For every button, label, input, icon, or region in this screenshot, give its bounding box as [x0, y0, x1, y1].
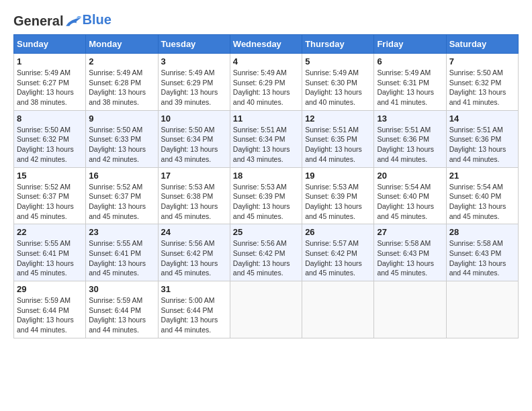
calendar-cell: 4Sunrise: 5:49 AMSunset: 6:29 PMDaylight… — [230, 54, 302, 111]
day-number: 29 — [17, 284, 83, 294]
calendar-header-sunday: Sunday — [14, 35, 86, 54]
calendar-cell — [374, 281, 446, 338]
day-number: 3 — [161, 56, 227, 66]
day-number: 27 — [377, 227, 443, 237]
day-number: 5 — [305, 56, 371, 66]
calendar-cell: 12Sunrise: 5:51 AMSunset: 6:35 PMDayligh… — [302, 110, 374, 167]
day-number: 22 — [17, 227, 83, 237]
calendar-cell: 1Sunrise: 5:49 AMSunset: 6:27 PMDaylight… — [14, 54, 86, 111]
calendar-cell: 25Sunrise: 5:56 AMSunset: 6:42 PMDayligh… — [230, 224, 302, 281]
day-info: Sunrise: 5:51 AMSunset: 6:34 PMDaylight:… — [233, 125, 299, 165]
day-number: 18 — [233, 171, 299, 181]
day-info: Sunrise: 5:49 AMSunset: 6:29 PMDaylight:… — [161, 68, 227, 107]
calendar-cell: 17Sunrise: 5:53 AMSunset: 6:38 PMDayligh… — [158, 167, 230, 224]
calendar-header-monday: Monday — [86, 35, 158, 54]
day-number: 30 — [89, 284, 154, 294]
day-info: Sunrise: 5:49 AMSunset: 6:30 PMDaylight:… — [305, 68, 371, 107]
calendar-cell: 16Sunrise: 5:52 AMSunset: 6:37 PMDayligh… — [86, 167, 158, 224]
calendar-cell: 14Sunrise: 5:51 AMSunset: 6:36 PMDayligh… — [446, 110, 518, 167]
calendar-cell: 30Sunrise: 5:59 AMSunset: 6:44 PMDayligh… — [86, 281, 158, 338]
day-info: Sunrise: 5:49 AMSunset: 6:31 PMDaylight:… — [377, 68, 443, 107]
calendar-cell: 29Sunrise: 5:59 AMSunset: 6:44 PMDayligh… — [14, 281, 86, 338]
calendar-cell: 6Sunrise: 5:49 AMSunset: 6:31 PMDaylight… — [374, 54, 446, 111]
day-number: 8 — [17, 113, 83, 124]
calendar-cell: 18Sunrise: 5:53 AMSunset: 6:39 PMDayligh… — [230, 167, 302, 224]
day-info: Sunrise: 5:51 AMSunset: 6:36 PMDaylight:… — [377, 125, 443, 165]
day-number: 21 — [449, 171, 515, 181]
day-info: Sunrise: 5:58 AMSunset: 6:43 PMDaylight:… — [377, 238, 443, 278]
day-number: 19 — [305, 171, 371, 181]
day-info: Sunrise: 5:52 AMSunset: 6:37 PMDaylight:… — [17, 182, 83, 222]
calendar-cell: 24Sunrise: 5:56 AMSunset: 6:42 PMDayligh… — [158, 224, 230, 281]
day-number: 14 — [449, 113, 515, 124]
day-info: Sunrise: 5:49 AMSunset: 6:28 PMDaylight:… — [89, 68, 154, 107]
day-info: Sunrise: 5:50 AMSunset: 6:32 PMDaylight:… — [17, 125, 83, 165]
day-number: 9 — [89, 113, 154, 124]
day-number: 15 — [17, 171, 83, 181]
day-number: 10 — [161, 113, 227, 124]
day-number: 26 — [305, 227, 371, 237]
calendar-header-saturday: Saturday — [446, 35, 518, 54]
calendar-cell: 5Sunrise: 5:49 AMSunset: 6:30 PMDaylight… — [302, 54, 374, 111]
day-info: Sunrise: 5:56 AMSunset: 6:42 PMDaylight:… — [161, 238, 227, 278]
day-info: Sunrise: 5:50 AMSunset: 6:34 PMDaylight:… — [161, 125, 227, 165]
day-number: 11 — [233, 113, 299, 124]
calendar-cell: 7Sunrise: 5:50 AMSunset: 6:32 PMDaylight… — [446, 54, 518, 111]
calendar-cell: 13Sunrise: 5:51 AMSunset: 6:36 PMDayligh… — [374, 110, 446, 167]
day-info: Sunrise: 5:56 AMSunset: 6:42 PMDaylight:… — [233, 238, 299, 278]
calendar-cell: 23Sunrise: 5:55 AMSunset: 6:41 PMDayligh… — [86, 224, 158, 281]
calendar-header-row: SundayMondayTuesdayWednesdayThursdayFrid… — [14, 35, 519, 54]
calendar-cell: 3Sunrise: 5:49 AMSunset: 6:29 PMDaylight… — [158, 54, 230, 111]
calendar-week-row: 22Sunrise: 5:55 AMSunset: 6:41 PMDayligh… — [14, 224, 519, 281]
calendar-cell: 15Sunrise: 5:52 AMSunset: 6:37 PMDayligh… — [14, 167, 86, 224]
calendar-header-thursday: Thursday — [302, 35, 374, 54]
day-number: 13 — [377, 113, 443, 124]
day-number: 31 — [161, 284, 227, 294]
day-info: Sunrise: 5:53 AMSunset: 6:39 PMDaylight:… — [305, 182, 371, 222]
calendar-week-row: 1Sunrise: 5:49 AMSunset: 6:27 PMDaylight… — [14, 54, 519, 111]
day-number: 25 — [233, 227, 299, 237]
calendar-cell — [302, 281, 374, 338]
day-number: 7 — [449, 56, 515, 66]
day-info: Sunrise: 5:50 AMSunset: 6:32 PMDaylight:… — [449, 68, 515, 107]
calendar-week-row: 29Sunrise: 5:59 AMSunset: 6:44 PMDayligh… — [14, 281, 519, 338]
calendar-cell — [446, 281, 518, 338]
calendar-cell: 22Sunrise: 5:55 AMSunset: 6:41 PMDayligh… — [14, 224, 86, 281]
logo-blue-text: Blue — [82, 12, 111, 28]
calendar-cell: 20Sunrise: 5:54 AMSunset: 6:40 PMDayligh… — [374, 167, 446, 224]
calendar-header-wednesday: Wednesday — [230, 35, 302, 54]
day-info: Sunrise: 5:49 AMSunset: 6:29 PMDaylight:… — [233, 68, 299, 107]
day-info: Sunrise: 5:53 AMSunset: 6:38 PMDaylight:… — [161, 182, 227, 222]
day-info: Sunrise: 5:51 AMSunset: 6:36 PMDaylight:… — [449, 125, 515, 165]
calendar-cell: 27Sunrise: 5:58 AMSunset: 6:43 PMDayligh… — [374, 224, 446, 281]
day-info: Sunrise: 5:59 AMSunset: 6:44 PMDaylight:… — [17, 295, 83, 335]
calendar-cell: 10Sunrise: 5:50 AMSunset: 6:34 PMDayligh… — [158, 110, 230, 167]
day-info: Sunrise: 5:57 AMSunset: 6:42 PMDaylight:… — [305, 238, 371, 278]
logo: General Blue — [13, 13, 112, 29]
day-number: 1 — [17, 56, 83, 66]
day-number: 2 — [89, 56, 154, 66]
calendar-table: SundayMondayTuesdayWednesdayThursdayFrid… — [13, 34, 519, 338]
day-info: Sunrise: 5:51 AMSunset: 6:35 PMDaylight:… — [305, 125, 371, 165]
day-number: 16 — [89, 171, 154, 181]
calendar-week-row: 15Sunrise: 5:52 AMSunset: 6:37 PMDayligh… — [14, 167, 519, 224]
calendar-cell — [230, 281, 302, 338]
day-info: Sunrise: 5:59 AMSunset: 6:44 PMDaylight:… — [89, 295, 154, 335]
calendar-cell: 28Sunrise: 5:58 AMSunset: 6:43 PMDayligh… — [446, 224, 518, 281]
day-info: Sunrise: 5:52 AMSunset: 6:37 PMDaylight:… — [89, 182, 154, 222]
day-number: 17 — [161, 171, 227, 181]
calendar-cell: 2Sunrise: 5:49 AMSunset: 6:28 PMDaylight… — [86, 54, 158, 111]
calendar-cell: 9Sunrise: 5:50 AMSunset: 6:33 PMDaylight… — [86, 110, 158, 167]
day-number: 6 — [377, 56, 443, 66]
day-info: Sunrise: 5:54 AMSunset: 6:40 PMDaylight:… — [377, 182, 443, 222]
day-number: 28 — [449, 227, 515, 237]
day-info: Sunrise: 5:58 AMSunset: 6:43 PMDaylight:… — [449, 238, 515, 278]
calendar-week-row: 8Sunrise: 5:50 AMSunset: 6:32 PMDaylight… — [14, 110, 519, 167]
calendar-cell: 19Sunrise: 5:53 AMSunset: 6:39 PMDayligh… — [302, 167, 374, 224]
day-info: Sunrise: 5:53 AMSunset: 6:39 PMDaylight:… — [233, 182, 299, 222]
day-number: 23 — [89, 227, 154, 237]
calendar-cell: 26Sunrise: 5:57 AMSunset: 6:42 PMDayligh… — [302, 224, 374, 281]
day-info: Sunrise: 5:55 AMSunset: 6:41 PMDaylight:… — [89, 238, 154, 278]
day-number: 20 — [377, 171, 443, 181]
calendar-header-tuesday: Tuesday — [158, 35, 230, 54]
